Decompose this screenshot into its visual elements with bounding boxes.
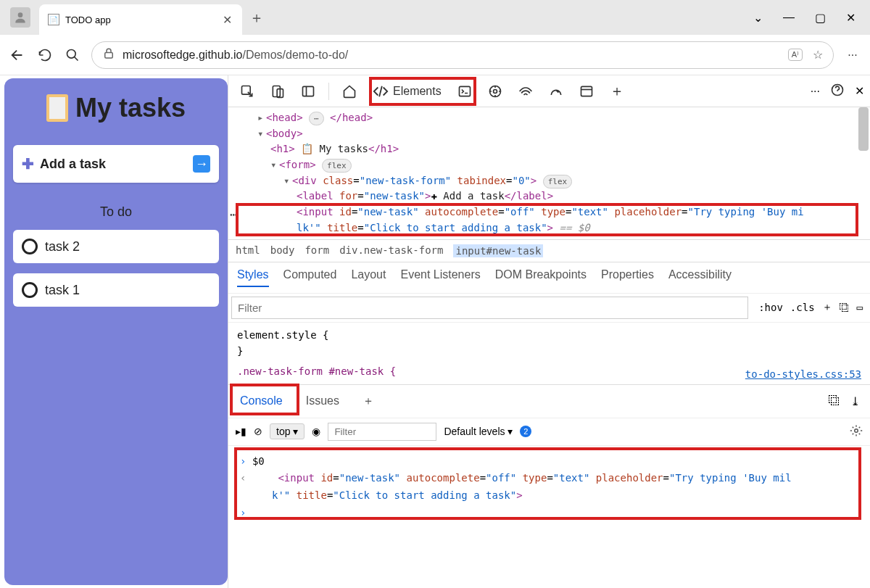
sources-tab-icon[interactable] (482, 80, 508, 103)
task-item[interactable]: task 1 (13, 273, 219, 307)
address-bar[interactable]: microsoftedge.github.io/Demos/demo-to-do… (91, 41, 834, 69)
cls-button[interactable]: .cls (790, 302, 815, 313)
add-task-input[interactable]: ✚ Add a task → (13, 145, 219, 183)
svg-rect-6 (303, 86, 314, 96)
svg-rect-10 (581, 86, 592, 96)
back-icon[interactable] (9, 46, 26, 64)
refresh-icon[interactable] (36, 46, 54, 64)
console-tab[interactable]: Console (231, 389, 291, 413)
live-expression-icon[interactable]: ◉ (312, 426, 320, 437)
task-item[interactable]: task 2 (13, 230, 219, 263)
svg-point-0 (18, 12, 23, 17)
event-listeners-tab[interactable]: Event Listeners (400, 268, 480, 287)
computed-tab[interactable]: Computed (283, 268, 337, 287)
clear-console-icon[interactable]: ⊘ (254, 426, 262, 437)
accessibility-tab[interactable]: Accessibility (668, 268, 732, 287)
devtools-panel: Elements ＋ ··· ✕ ▸<head> ⋯ </head> ▾<bod… (228, 75, 870, 588)
issues-badge[interactable]: 2 (520, 426, 531, 437)
highlight-selected-element (236, 203, 858, 236)
source-link[interactable]: to-do-styles.css:53 (745, 366, 861, 382)
svg-point-12 (855, 428, 858, 432)
welcome-tab-icon[interactable] (336, 80, 362, 103)
minimize-icon[interactable]: — (783, 11, 795, 25)
task-label: task 2 (45, 239, 80, 254)
more-menu-icon[interactable]: ··· (844, 46, 861, 64)
plus-icon: ✚ (22, 155, 34, 173)
dom-breakpoints-tab[interactable]: DOM Breakpoints (495, 268, 587, 287)
maximize-icon[interactable]: ▢ (815, 11, 826, 25)
application-tab-icon[interactable] (573, 80, 600, 103)
console-tab-icon[interactable] (452, 80, 478, 103)
layout-tab[interactable]: Layout (351, 268, 386, 287)
sidebar-toggle-icon[interactable]: ▸▮ (236, 426, 246, 437)
page-favicon: 📄 (48, 14, 59, 25)
svg-rect-2 (105, 52, 113, 58)
devtools-more-icon[interactable]: ··· (811, 85, 820, 98)
dom-breadcrumb[interactable]: html body form div.new-task-form input#n… (228, 239, 870, 262)
window-controls: ⌄ — ▢ ✕ (753, 11, 869, 25)
copy-styles-icon[interactable]: ⿻ (840, 302, 850, 313)
elements-tab[interactable]: Elements (367, 79, 447, 104)
close-tab-icon[interactable]: ✕ (223, 13, 232, 27)
read-aloud-button[interactable]: A⁾ (788, 49, 803, 61)
url-text: microsoftedge.github.io/Demos/demo-to-do… (123, 49, 348, 62)
task-label: task 1 (45, 283, 80, 298)
submit-arrow-icon[interactable]: → (193, 155, 210, 173)
checkbox-icon[interactable] (22, 239, 38, 254)
devtools-tabbar: Elements ＋ ··· ✕ (228, 75, 870, 107)
chevron-down-icon: ▾ (293, 426, 298, 437)
devtools-scrollbar[interactable] (858, 107, 869, 588)
browser-tab[interactable]: 📄 TODO app ✕ (39, 4, 242, 35)
tab-title: TODO app (65, 15, 217, 25)
console-toolbar: ▸▮ ⊘ top ▾ ◉ Default levels ▾ 2 (228, 418, 870, 446)
performance-tab-icon[interactable] (543, 80, 569, 103)
dom-tree[interactable]: ▸<head> ⋯ </head> ▾<body> <h1> 📋 My task… (228, 107, 870, 239)
add-task-label: Add a task (40, 157, 106, 172)
crumb-item-selected[interactable]: input#new-task (453, 244, 543, 257)
add-drawer-tab-icon[interactable]: ＋ (354, 388, 383, 415)
window-titlebar: 📄 TODO app ✕ ＋ ⌄ — ▢ ✕ (0, 0, 870, 35)
crumb-item[interactable]: form (304, 244, 329, 257)
crumb-item[interactable]: body (270, 244, 295, 257)
dock-side-icon[interactable] (295, 80, 321, 103)
inspect-element-icon[interactable] (234, 80, 260, 103)
new-tab-button[interactable]: ＋ (249, 8, 264, 28)
console-output[interactable]: › $0 ‹<input id="new-task" autocomplete=… (228, 446, 870, 540)
crumb-item[interactable]: div.new-task-form (339, 244, 443, 257)
drawer-dock-icon[interactable]: ⿻ (829, 394, 840, 408)
search-icon[interactable] (64, 46, 81, 64)
crumb-item[interactable]: html (236, 244, 260, 257)
clipboard-icon (46, 94, 68, 122)
styles-tab[interactable]: Styles (237, 268, 269, 287)
network-tab-icon[interactable] (513, 80, 539, 103)
context-selector[interactable]: top ▾ (270, 423, 304, 439)
styles-rules[interactable]: element.style { } .new-task-form #new-ta… (228, 323, 870, 384)
favorite-star-icon[interactable]: ☆ (813, 48, 823, 62)
svg-point-1 (67, 49, 76, 58)
styles-filter-input[interactable] (231, 297, 748, 319)
chevron-down-icon[interactable]: ⌄ (753, 11, 763, 25)
drawer-tabbar: Console Issues ＋ ⿻ ⤓ (228, 384, 870, 418)
close-devtools-icon[interactable]: ✕ (855, 84, 864, 98)
section-heading: To do (13, 204, 219, 220)
log-levels-selector[interactable]: Default levels ▾ (444, 426, 513, 437)
svg-point-8 (493, 89, 497, 93)
checkbox-icon[interactable] (22, 282, 38, 298)
svg-rect-7 (459, 86, 470, 96)
help-icon[interactable] (830, 83, 845, 100)
rendered-page: My tasks ✚ Add a task → To do task 2 tas… (4, 78, 228, 585)
styles-tabbar: Styles Computed Layout Event Listeners D… (228, 262, 870, 293)
hov-button[interactable]: :hov (758, 302, 783, 313)
device-toolbar-icon[interactable] (265, 80, 291, 103)
more-tabs-icon[interactable]: ＋ (604, 77, 630, 105)
profile-avatar[interactable] (10, 7, 30, 28)
browser-toolbar: microsoftedge.github.io/Demos/demo-to-do… (0, 35, 870, 75)
page-heading: My tasks (13, 93, 219, 123)
properties-tab[interactable]: Properties (601, 268, 654, 287)
console-filter-input[interactable] (328, 423, 436, 441)
close-window-icon[interactable]: ✕ (846, 11, 856, 25)
issues-tab[interactable]: Issues (297, 389, 348, 413)
site-info-icon[interactable] (102, 47, 115, 63)
new-rule-icon[interactable]: ＋ (822, 301, 832, 314)
